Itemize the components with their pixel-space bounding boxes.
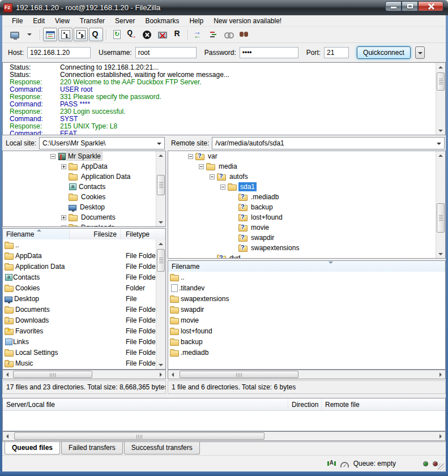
- toolbar-button[interactable]: [7, 28, 22, 41]
- toolbar-button[interactable]: [186, 28, 190, 41]
- tree-item[interactable]: Application Data: [3, 171, 165, 182]
- port-input[interactable]: [324, 47, 349, 58]
- toolbar-button[interactable]: [38, 28, 42, 41]
- quickconnect-button[interactable]: Quickconnect: [357, 46, 411, 59]
- file-row[interactable]: ..: [3, 239, 165, 250]
- local-list-scrollbar[interactable]: [156, 239, 165, 369]
- host-input[interactable]: [27, 47, 91, 58]
- local-tree-scrollbar[interactable]: [156, 151, 165, 226]
- scroll-down-icon[interactable]: [156, 361, 166, 369]
- tree-item[interactable]: .mediadb: [168, 192, 445, 202]
- minus-icon[interactable]: [50, 154, 56, 159]
- scroll-left-icon[interactable]: [3, 370, 12, 379]
- menu-item[interactable]: Edit: [28, 16, 50, 26]
- none-icon[interactable]: [210, 256, 215, 259]
- file-row[interactable]: swapdir: [168, 304, 445, 315]
- none-icon[interactable]: [61, 185, 66, 190]
- tree-item[interactable]: Mr Sparkle: [3, 151, 165, 161]
- remote-tree-scrollbar[interactable]: [436, 151, 445, 258]
- close-button[interactable]: [418, 1, 443, 11]
- file-row[interactable]: Downloads File Folder: [3, 315, 165, 325]
- none-icon[interactable]: [231, 235, 236, 241]
- file-row[interactable]: Local Settings File Folder: [3, 347, 165, 358]
- file-row[interactable]: AppData File Folder: [3, 250, 165, 261]
- scrollbar-thumb[interactable]: [157, 249, 165, 272]
- scroll-up-icon[interactable]: [156, 151, 166, 160]
- scroll-left-icon[interactable]: [3, 432, 12, 440]
- toolbar-button[interactable]: [58, 28, 72, 41]
- column-header-remote-file[interactable]: Remote file: [322, 398, 445, 410]
- toolbar-button[interactable]: [89, 28, 103, 41]
- username-input[interactable]: [135, 47, 197, 58]
- file-row[interactable]: lost+found: [168, 325, 445, 336]
- resize-grip[interactable]: [438, 464, 445, 470]
- file-row[interactable]: Documents File Folder: [3, 304, 165, 315]
- quickconnect-dropdown-button[interactable]: [415, 46, 425, 59]
- none-icon[interactable]: [231, 195, 236, 200]
- scroll-right-icon[interactable]: [156, 370, 165, 379]
- plus-icon[interactable]: [61, 215, 66, 220]
- none-icon[interactable]: [61, 195, 66, 200]
- column-header-direction[interactable]: Direction: [288, 398, 322, 410]
- tree-item[interactable]: dvd: [168, 253, 445, 259]
- toolbar-button[interactable]: [23, 28, 37, 41]
- scrollbar-thumb[interactable]: [437, 72, 445, 91]
- maximize-button[interactable]: [402, 1, 418, 11]
- toolbar-button[interactable]: [43, 28, 57, 41]
- file-row[interactable]: movie: [168, 315, 445, 325]
- file-row[interactable]: swapextensions: [168, 293, 445, 304]
- none-icon[interactable]: [61, 205, 66, 210]
- menu-item[interactable]: New version available!: [208, 16, 287, 26]
- toolbar-button[interactable]: [104, 28, 108, 41]
- tree-item[interactable]: media: [168, 161, 445, 171]
- log-scrollbar[interactable]: [436, 63, 445, 135]
- minus-icon[interactable]: [188, 154, 193, 159]
- column-header-server-local-file[interactable]: Server/Local file: [3, 398, 288, 410]
- minimize-button[interactable]: [385, 1, 402, 11]
- toolbar-button[interactable]: [221, 28, 236, 41]
- tree-item[interactable]: Downloads: [3, 222, 165, 227]
- file-row[interactable]: .titandev: [168, 282, 445, 293]
- file-row[interactable]: Cookies Folder: [3, 282, 165, 293]
- tree-item[interactable]: autofs: [168, 171, 445, 182]
- scroll-left-icon[interactable]: [168, 370, 178, 379]
- tree-item[interactable]: swapextensions: [168, 243, 445, 253]
- queue-tab[interactable]: Successful transfers: [124, 442, 200, 454]
- scrollbar-thumb[interactable]: [437, 203, 445, 233]
- scroll-up-icon[interactable]: [156, 239, 166, 248]
- scrollbar-thumb[interactable]: [157, 175, 165, 195]
- queue-tab[interactable]: Queued files: [5, 442, 60, 454]
- menu-item[interactable]: Bookmarks: [140, 16, 184, 26]
- menu-item[interactable]: File: [7, 16, 28, 26]
- minus-icon[interactable]: [199, 164, 204, 169]
- menu-item[interactable]: Transfer: [75, 16, 110, 26]
- column-header-filename[interactable]: Filename: [168, 261, 445, 272]
- titlebar[interactable]: 192.168.1.20 - root@192.168.1.20 - FileZ…: [0, 0, 448, 15]
- menu-item[interactable]: Help: [184, 16, 208, 26]
- toolbar-button[interactable]: [125, 28, 139, 41]
- none-icon[interactable]: [231, 205, 236, 210]
- tree-item[interactable]: var: [168, 151, 445, 161]
- local-site-combo[interactable]: C:\Users\Mr Sparkle\: [39, 137, 165, 149]
- scrollbar-thumb[interactable]: [13, 371, 92, 378]
- tree-item[interactable]: movie: [168, 222, 445, 233]
- file-row[interactable]: Application Data File Folder: [3, 261, 165, 272]
- file-row[interactable]: Contacts File Folder: [3, 272, 165, 282]
- file-row[interactable]: Favorites File Folder: [3, 325, 165, 336]
- toolbar-button[interactable]: [237, 28, 251, 41]
- toolbar-button[interactable]: [191, 28, 205, 41]
- none-icon[interactable]: [231, 225, 236, 230]
- scroll-right-icon[interactable]: [436, 370, 445, 379]
- scroll-down-icon[interactable]: [156, 218, 166, 226]
- column-header-filetype[interactable]: Filetype: [121, 229, 165, 239]
- remote-site-combo[interactable]: /var/media/autofs/sda1: [212, 137, 445, 149]
- toolbar-button[interactable]: [74, 28, 88, 41]
- toolbar-button[interactable]: [155, 28, 169, 41]
- column-header-filesize[interactable]: Filesize: [70, 229, 121, 239]
- file-row[interactable]: Music File Folder: [3, 358, 165, 368]
- menu-item[interactable]: View: [50, 16, 75, 26]
- remote-list-hscrollbar[interactable]: [168, 370, 446, 379]
- none-icon[interactable]: [61, 174, 66, 179]
- none-icon[interactable]: [231, 215, 236, 220]
- scrollbar-thumb[interactable]: [180, 371, 298, 378]
